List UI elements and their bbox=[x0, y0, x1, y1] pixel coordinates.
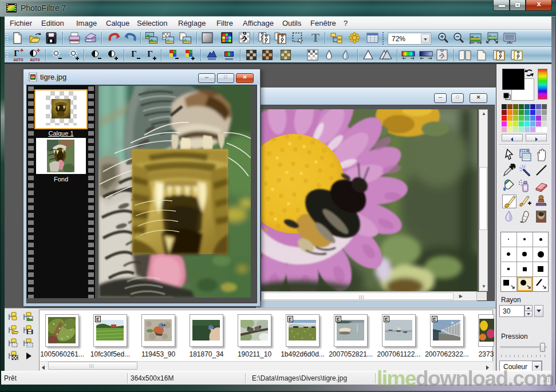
svg-text:Γ: Γ bbox=[147, 49, 153, 58]
svg-text:AUTO: AUTO bbox=[30, 58, 40, 62]
svg-text:Γ: Γ bbox=[131, 49, 137, 58]
svg-text:AUTO: AUTO bbox=[14, 58, 23, 62]
svg-text:T: T bbox=[311, 32, 320, 44]
svg-text:Γ: Γ bbox=[14, 49, 19, 58]
